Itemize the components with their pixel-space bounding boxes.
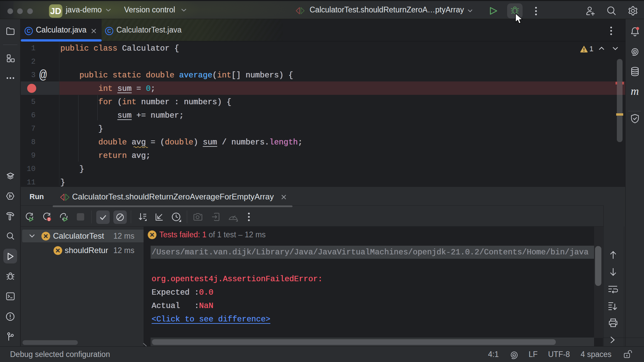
svg-text:C: C: [27, 28, 31, 34]
svg-text:C: C: [107, 28, 111, 34]
